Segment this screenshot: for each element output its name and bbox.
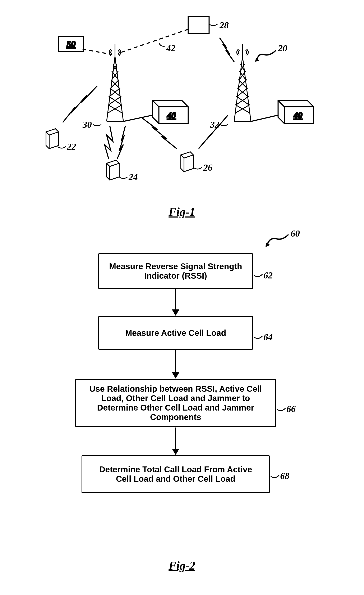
flowchart-box-68: Determine Total Call Load From Active Ce… [82, 455, 270, 493]
mobile-device-24 [107, 160, 119, 180]
svg-line-54 [118, 29, 188, 53]
ref-62: 62 [263, 270, 273, 281]
flowchart-box-64: Measure Active Cell Load [98, 316, 253, 350]
arrow-line [175, 427, 176, 449]
svg-line-44 [251, 115, 278, 121]
ref-60: 60 [291, 228, 300, 239]
radio-link-icon [63, 38, 234, 159]
box-68-text: Determine Total Call Load From Active Ce… [91, 465, 261, 484]
svg-line-55 [82, 49, 112, 54]
mobile-device-22 [46, 129, 59, 149]
figure-1: 50 40 40 [42, 13, 322, 191]
arrow-line [175, 289, 176, 310]
ref-22: 22 [67, 141, 76, 152]
svg-text:50: 50 [67, 39, 76, 49]
figure-2: 60 Measure Reverse Signal Strength Indic… [54, 230, 309, 565]
node-50: 50 [59, 37, 84, 51]
base-station-tower-2 [234, 44, 251, 121]
figure-1-label: Fig-1 [42, 205, 322, 219]
ref-66: 66 [286, 404, 296, 414]
figure-2-label: Fig-2 [54, 559, 309, 572]
svg-text:40: 40 [167, 111, 176, 120]
equipment-box-40-left: 40 [153, 100, 188, 124]
ref-20: 20 [278, 43, 287, 54]
svg-line-39 [123, 115, 153, 121]
flowchart-box-66: Use Relationship between RSSI, Active Ce… [75, 379, 276, 427]
ref-26: 26 [203, 162, 213, 173]
ref-42: 42 [166, 43, 175, 54]
ref-32: 32 [210, 119, 219, 130]
arrow-head-icon [172, 449, 179, 455]
ref-68: 68 [280, 471, 289, 481]
base-station-tower-1 [107, 44, 123, 121]
box-64-text: Measure Active Cell Load [125, 328, 226, 338]
ref-64: 64 [263, 332, 273, 342]
equipment-box-40-right: 40 [278, 100, 314, 124]
box-66-text: Use Relationship between RSSI, Active Ce… [84, 384, 267, 422]
node-28 [188, 17, 209, 34]
ref-28: 28 [220, 20, 229, 31]
box-62-text: Measure Reverse Signal Strength Indicato… [108, 262, 244, 281]
fig1-svg: 50 40 40 [42, 13, 322, 191]
svg-rect-32 [188, 17, 209, 34]
mobile-device-26 [181, 152, 193, 172]
flowchart-box-62: Measure Reverse Signal Strength Indicato… [98, 253, 253, 289]
ref-30: 30 [82, 119, 92, 130]
svg-text:40: 40 [293, 111, 302, 120]
arrow-line [175, 350, 176, 373]
ref-24: 24 [129, 172, 138, 182]
arrow-head-icon [172, 309, 179, 316]
arrow-head-icon [172, 372, 179, 379]
